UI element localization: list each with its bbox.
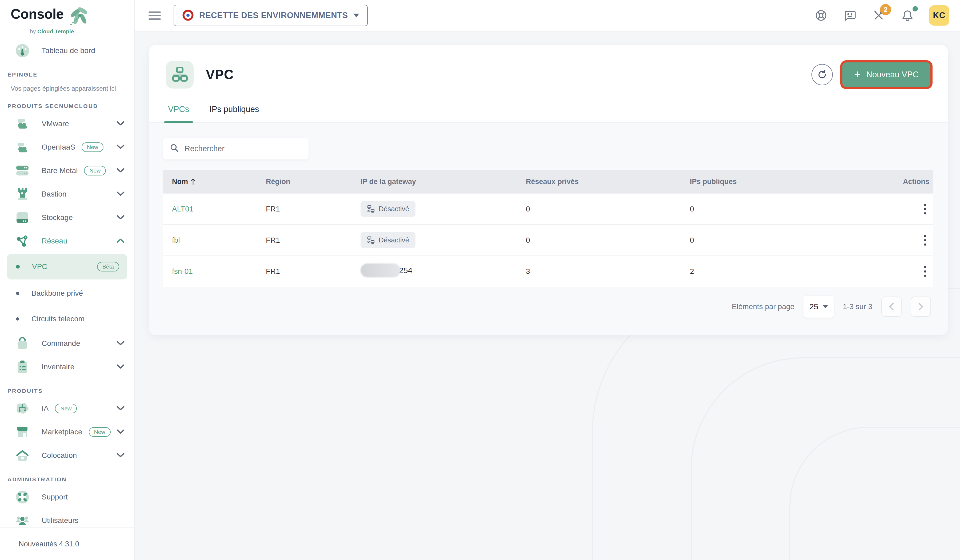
search-box[interactable] [163,138,309,160]
vpc-name-cell: fsn-01 [163,267,266,276]
sidebar-item-commande[interactable]: Commande [0,332,134,355]
sidebar-item-reseau[interactable]: Réseau [0,229,134,253]
sidebar: Console by Clo [0,0,135,560]
previous-page-button[interactable] [882,296,902,317]
sidebar-item-inventaire[interactable]: Inventaire [0,355,134,379]
items-per-page-label: Eléments par page [732,302,794,311]
menu-toggle-button[interactable] [149,11,161,20]
new-badge: New [84,166,106,176]
next-page-button[interactable] [910,296,931,317]
sort-asc-icon [190,178,195,185]
region-cell: FR1 [266,267,360,276]
private-networks-cell: 0 [526,205,690,213]
row-actions-menu-button[interactable] [924,204,926,214]
sidebar-item-colocation[interactable]: Colocation [0,444,134,467]
brand-name: Console [11,7,64,21]
vpc-name-link[interactable]: fsn-01 [172,267,193,275]
sidebar-item-label: Utilisateurs [42,516,78,525]
vpc-card: VPC + Nouveau VPC [149,45,948,335]
brand-logo[interactable]: Console by Clo [0,0,134,32]
storage-icon [16,211,29,224]
environment-selector[interactable]: RECETTE DES ENVIRONNEMMENTS [174,5,368,26]
pagination-range: 1-3 sur 3 [843,302,872,311]
dashboard-icon [16,44,29,58]
vpc-name-cell: ALT01 [163,205,266,213]
column-header-public-ips[interactable]: IPs publiques [690,178,901,186]
cloud-icon [16,140,29,154]
administration-section-label: ADMINISTRATION [0,476,134,483]
tools-notification-badge: 2 [880,4,891,15]
sidebar-nav: Tableau de bord ÉPINGLÉ Vos pages épingl… [0,32,134,528]
bullet-icon [16,292,19,295]
search-icon [170,143,179,154]
actions-cell [901,204,933,214]
sidebar-item-ia[interactable]: IA New [0,397,134,420]
sidebar-item-label: Support [42,493,68,501]
tab-ips-publiques[interactable]: IPs publiques [206,100,262,122]
search-input[interactable] [184,144,302,153]
sidebar-item-bare-metal[interactable]: Bare Metal New [0,159,134,182]
vpc-name-cell: fbl [163,236,266,245]
sidebar-item-support[interactable]: Support [0,485,134,509]
lifebuoy-icon [16,490,29,504]
column-header-private-networks[interactable]: Réseaux privés [526,178,690,186]
sidebar-item-label: Circuits telecom [32,315,85,323]
sidebar-item-circuits-telecom[interactable]: Circuits telecom [0,306,134,332]
sidebar-item-utilisateurs[interactable]: Utilisateurs [0,509,134,528]
vpc-page-icon [166,61,194,88]
whats-new-link[interactable]: Nouveautés 4.31.0 [0,528,134,560]
sidebar-item-label: VPC [32,262,48,271]
refresh-button[interactable] [811,64,833,85]
app-root: Console by Clo [0,0,960,560]
vpc-name-link[interactable]: fbl [172,236,180,244]
cloud-icon [16,117,29,131]
column-header-nom[interactable]: Nom [163,178,266,186]
per-page-select[interactable]: 25 [803,296,834,318]
sidebar-item-openiaas[interactable]: OpenIaaS New [0,136,134,159]
sidebar-item-stockage[interactable]: Stockage [0,206,134,229]
column-header-region[interactable]: Région [266,178,360,186]
tab-vpcs[interactable]: VPCs [165,100,192,122]
help-button[interactable] [814,8,828,22]
topbar-actions: 2 KC [814,5,949,26]
user-avatar[interactable]: KC [929,5,949,26]
page-content: VPC + Nouveau VPC [135,32,960,560]
sidebar-item-vpc[interactable]: VPC Bêta [7,254,127,280]
sidebar-item-dashboard[interactable]: Tableau de bord [0,39,134,62]
caret-down-icon [353,14,359,18]
chevron-down-icon [117,406,125,411]
gateway-cell: Désactivé [360,201,526,217]
public-ips-cell: 0 [690,236,901,245]
row-actions-menu-button[interactable] [924,235,926,246]
feedback-button[interactable] [843,8,857,22]
public-ips-cell: 2 [690,267,901,276]
sidebar-item-bastion[interactable]: Bastion [0,182,134,206]
server-icon [16,164,29,178]
tab-bar: VPCs IPs publiques [149,96,948,123]
main-area: RECETTE DES ENVIRONNEMMENTS [135,0,960,560]
new-badge: New [89,427,110,437]
column-header-gateway[interactable]: IP de la gateway [360,178,526,186]
row-actions-menu-button[interactable] [924,266,926,277]
sidebar-item-backbone-prive[interactable]: Backbone privé [0,280,134,306]
bullet-icon [16,265,20,269]
new-vpc-button[interactable]: + Nouveau VPC [842,62,930,87]
notifications-button[interactable] [900,8,915,22]
sidebar-item-label: VMware [42,120,69,128]
users-icon [16,514,29,528]
sidebar-item-vmware[interactable]: VMware [0,112,134,136]
chevron-down-icon [117,215,125,221]
chevron-down-icon [117,121,125,126]
chevron-down-icon [117,364,125,370]
sidebar-item-marketplace[interactable]: Marketplace New [0,420,134,444]
beta-badge: Bêta [97,262,119,272]
secnumcloud-section-label: PRODUITS SECNUMCLOUD [0,103,134,109]
sidebar-item-label: Inventaire [42,363,74,371]
region-cell: FR1 [266,236,360,245]
region-cell: FR1 [266,205,360,213]
tools-button[interactable]: 2 [872,8,886,22]
new-badge: New [55,404,77,413]
vpc-name-link[interactable]: ALT01 [172,205,193,213]
redaction-blur [360,264,400,277]
network-icon [16,234,29,248]
